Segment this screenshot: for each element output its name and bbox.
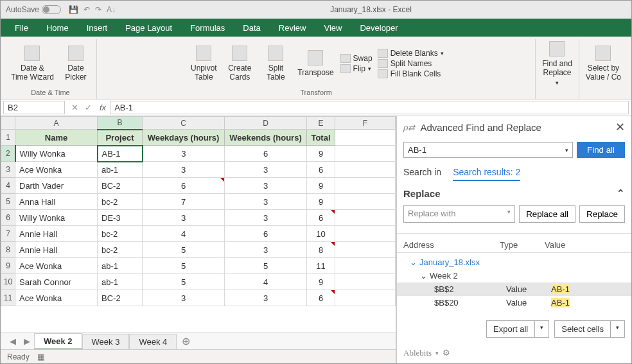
result-row[interactable]: $B$20 Value AB-1 [397,296,631,309]
col-B[interactable]: B [98,117,143,130]
panel-title: Advanced Find and Replace [420,122,615,133]
chevron-down-icon[interactable]: ▾ [507,209,511,220]
spreadsheet-grid[interactable]: A B C D E F 1 Name Project Weekdays (hou… [1,116,396,333]
swap-button[interactable]: Swap [340,54,373,63]
row-1[interactable]: 1 [1,130,15,146]
sheet-tab-week2[interactable]: Week 2 [34,333,82,350]
delete-blanks-button[interactable]: Delete Blanks▾ [378,49,444,58]
col-E[interactable]: E [307,117,335,130]
col-F[interactable]: F [335,117,396,130]
replace-with-input[interactable]: Replace with ▾ [403,205,515,223]
calendar-icon [68,46,83,61]
save-icon[interactable]: 💾 [69,5,78,14]
window-title: January_18.xlsx - Excel [116,5,626,14]
filter-icon [595,46,611,61]
flip-button[interactable]: Flip▾ [340,64,373,73]
tab-formulas[interactable]: Formulas [181,20,234,36]
transpose-button[interactable]: Transpose [296,49,335,78]
col-A[interactable]: A [15,117,98,130]
date-time-wizard-button[interactable]: Date & Time Wizard [10,44,55,83]
tab-file[interactable]: File [6,20,37,36]
replace-all-button[interactable]: Replace all [519,205,575,223]
export-all-button[interactable]: Export all▾ [486,320,549,338]
tabs-prev-icon[interactable]: ◀ [6,336,20,346]
replace-button[interactable]: Replace [579,205,625,223]
enter-icon[interactable]: ✓ [85,103,92,112]
select-all-corner[interactable] [1,117,15,130]
fill-blank-cells-button[interactable]: Fill Blank Cells [378,69,444,78]
select-by-value-button[interactable]: Select by Value / Co [584,44,622,83]
status-bar: Ready ▦ [1,349,396,363]
brand-label: Ablebits [403,348,432,358]
table-row: 9Ace Wonkaab-15511 [1,258,396,274]
gear-icon[interactable]: ⚙ [443,348,450,358]
unpivot-table-button[interactable]: Unpivot Table [188,44,219,83]
column-headers: A B C D E F [1,117,396,130]
tab-insert[interactable]: Insert [78,20,117,36]
tab-search-in[interactable]: Search in [403,167,441,181]
advanced-find-replace-panel: ρ⇄ Advanced Find and Replace ✕ AB-1 ▾ Fi… [396,116,631,363]
close-panel-icon[interactable]: ✕ [615,120,625,134]
sort-icon[interactable]: A↓ [107,5,116,14]
result-row[interactable]: $B$2 Value AB-1 [397,282,631,296]
cards-icon [232,46,247,61]
macro-icon[interactable]: ▦ [37,352,44,361]
chevron-down-icon: ⌄ [420,271,427,281]
select-cells-button[interactable]: Select cells▾ [554,320,625,338]
sheet-tab-week4[interactable]: Week 4 [129,334,177,349]
search-input[interactable]: AB-1 ▾ [403,142,573,158]
find-all-button[interactable]: Find all [577,142,625,158]
active-cell[interactable]: AB-1 [98,146,143,162]
col-C[interactable]: C [143,117,225,130]
result-worksheet[interactable]: ⌄Week 2 [397,269,631,282]
table-icon [196,46,211,61]
chevron-down-icon[interactable]: ▾ [611,321,624,337]
table-row: 1 Name Project Weekdays (hours) Weekends… [1,130,396,146]
undo-icon[interactable]: ↶ [83,5,90,14]
tab-search-results[interactable]: Search results: 2 [453,167,520,181]
chevron-down-icon[interactable]: ▾ [565,147,568,153]
tab-review[interactable]: Review [270,20,315,36]
split-table-button[interactable]: Split Table [260,44,291,83]
fx-icon[interactable]: fx [96,103,110,112]
tab-data[interactable]: Data [234,20,269,36]
table-row: 11Ace WonkaBC-2336 [1,290,396,306]
delete-icon [378,49,388,58]
tab-home[interactable]: Home [37,20,78,36]
table-row: 2Willy WonkaAB-1369 [1,146,396,162]
table-row: 10Sarah Connorab-1549 [1,274,396,290]
tab-developer[interactable]: Developer [351,20,407,36]
collapse-icon[interactable]: ⌃ [617,187,625,199]
add-sheet-icon[interactable]: ⊕ [182,335,190,347]
chevron-down-icon: ⌄ [410,257,417,267]
tab-view[interactable]: View [315,20,351,36]
name-box[interactable]: B2 [3,101,65,114]
formula-bar: B2 ✕ ✓ fx AB-1 [1,100,631,116]
chevron-down-icon[interactable]: ▾ [535,321,549,337]
ribbon-tabs: File Home Insert Page Layout Formulas Da… [1,19,631,37]
formula-input[interactable]: AB-1 [110,101,629,114]
chevron-down-icon: ▾ [368,65,371,72]
sheet-tab-week3[interactable]: Week 3 [82,334,130,349]
cancel-icon[interactable]: ✕ [71,103,78,112]
quick-access-toolbar: 💾 ↶ ↷ A↓ [69,5,116,14]
create-cards-button[interactable]: Create Cards [224,44,255,83]
find-and-replace-button[interactable]: Find and Replace▾ [541,40,574,87]
table-row: 4Darth VaderBC-2639 [1,178,396,194]
autosave-label: AutoSave [6,5,39,14]
split-names-button[interactable]: Split Names [378,59,444,68]
table-row: 5Anna Hallbc-2739 [1,194,396,210]
tabs-next-icon[interactable]: ▶ [20,336,34,346]
date-picker-button[interactable]: Date Picker [60,44,91,83]
col-D[interactable]: D [225,117,307,130]
table-row: 7Annie Hallbc-24610 [1,226,396,242]
tab-page-layout[interactable]: Page Layout [116,20,181,36]
fill-icon [378,69,388,78]
redo-icon[interactable]: ↷ [95,5,101,14]
result-workbook[interactable]: ⌄January_18.xlsx [397,256,631,269]
autosave-toggle[interactable] [42,5,61,14]
swap-icon [340,54,351,63]
chevron-down-icon[interactable]: ▾ [435,350,439,356]
title-bar: AutoSave 💾 ↶ ↷ A↓ January_18.xlsx - Exce… [1,1,631,19]
table-row: 6Willy WonkaDE-3336 [1,210,396,226]
